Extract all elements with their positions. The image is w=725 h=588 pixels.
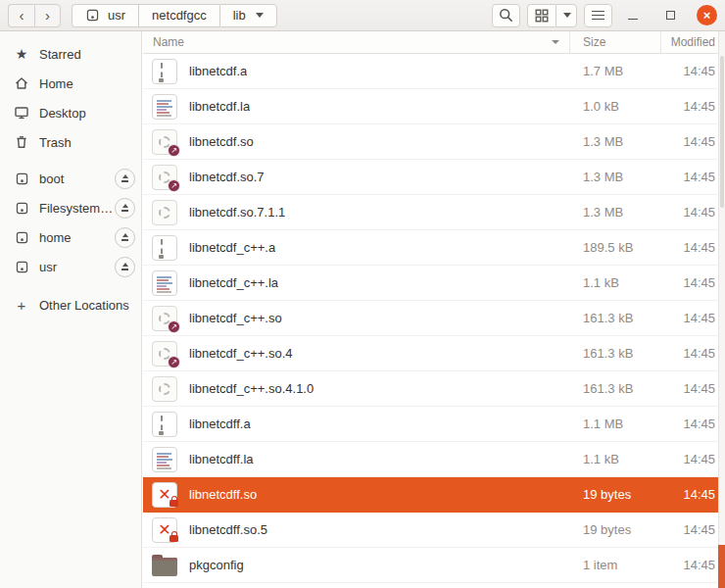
sidebar-item-label: Desktop [39, 106, 135, 121]
eject-icon [122, 263, 128, 267]
text-icon [152, 270, 177, 296]
sidebar-item-label: usr [39, 260, 115, 274]
forward-button[interactable]: › [34, 4, 61, 27]
search-icon [499, 8, 513, 23]
scrollbar[interactable] [718, 31, 725, 588]
file-size: 1.1 kB [570, 452, 661, 466]
file-pane: Name Size Modified libnetcdf.a 1.7 MB 14… [143, 31, 718, 588]
view-options-button[interactable] [556, 4, 577, 27]
column-header-name[interactable]: Name [143, 31, 570, 53]
sidebar-places: ★ Starred Home Desktop Trash [0, 39, 141, 157]
eject-button[interactable] [115, 169, 135, 189]
breadcrumb-segment[interactable]: netcdfgcc [138, 4, 219, 27]
broken-link-icon [152, 482, 177, 508]
archive-icon [152, 412, 177, 437]
sidebar-item-starred[interactable]: ★ Starred [0, 39, 141, 69]
emblem-icon [168, 144, 180, 157]
file-name-cell: libnetcdf.a [143, 59, 570, 84]
menu-button[interactable] [584, 4, 612, 27]
maximize-button[interactable] [659, 5, 681, 26]
file-size: 1.1 kB [570, 275, 661, 290]
drive-icon [14, 171, 29, 186]
sidebar-item-trash[interactable]: Trash [0, 127, 141, 157]
file-row[interactable]: libnetcdff.so 19 bytes 14:45 [143, 477, 718, 513]
drive-icon [14, 200, 29, 216]
column-header-modified[interactable]: Modified [661, 31, 718, 53]
drive-icon [15, 260, 29, 274]
file-row[interactable]: libnetcdf_c++.so.4 161.3 kB 14:45 [143, 336, 718, 371]
scrollbar-thumb[interactable] [720, 56, 724, 208]
breadcrumb-segment[interactable]: usr [72, 4, 138, 27]
file-row[interactable]: libnetcdf_c++.so.4.1.0 161.3 kB 14:45 [143, 371, 718, 407]
eject-icon [122, 204, 128, 208]
back-button[interactable]: ‹ [8, 4, 34, 27]
file-modified: 14:45 [661, 452, 718, 466]
file-row[interactable]: libnetcdf.a 1.7 MB 14:45 [143, 54, 718, 89]
eject-button[interactable] [115, 227, 135, 248]
eject-button[interactable] [115, 198, 135, 219]
file-name-cell: libnetcdf.so [143, 129, 570, 155]
column-header-size[interactable]: Size [570, 31, 661, 53]
file-row[interactable]: libnetcdff.la 1.1 kB 14:45 [143, 442, 718, 477]
plus-icon: + [18, 297, 26, 314]
sidebar-item-label: home [39, 230, 115, 245]
file-modified: 14:45 [661, 275, 718, 290]
file-size: 1.0 kB [570, 99, 661, 114]
file-size: 19 bytes [570, 487, 661, 502]
sidebar-item-desktop[interactable]: Desktop [0, 98, 141, 127]
eject-button[interactable] [115, 257, 135, 277]
file-name-cell: libnetcdff.so [143, 482, 570, 508]
sidebar-item-other-locations[interactable]: + Other Locations [0, 290, 141, 319]
file-row[interactable]: libnetcdf_c++.so 161.3 kB 14:45 [143, 301, 718, 336]
file-name-cell: libnetcdf_c++.la [143, 270, 570, 296]
drive-icon [15, 201, 29, 216]
file-row[interactable]: libnetcdf.so.7 1.3 MB 14:45 [143, 160, 718, 195]
file-name-cell: libnetcdf_c++.so.4 [143, 341, 570, 367]
file-row[interactable]: libnetcdf.la 1.0 kB 14:45 [143, 89, 718, 124]
search-button[interactable] [492, 4, 520, 27]
star-icon: ★ [16, 46, 28, 62]
sidebar-item-mount[interactable]: usr [0, 252, 141, 281]
file-modified: 14:45 [661, 205, 718, 220]
file-row[interactable]: libnetcdf.so 1.3 MB 14:45 [143, 124, 718, 160]
sidebar-item-mount[interactable]: boot [0, 164, 141, 193]
file-name: pkgconfig [189, 558, 244, 572]
sidebar-item-label: Starred [39, 47, 135, 62]
sidebar-item-mount[interactable]: Filesystem r… [0, 193, 141, 222]
sidebar-icon: + [14, 297, 29, 313]
breadcrumb-label: lib [233, 8, 246, 23]
file-name-cell: libnetcdf.la [143, 94, 570, 120]
file-name: libnetcdf.la [189, 99, 250, 114]
file-row[interactable]: libnetcdff.so.5 19 bytes 14:45 [143, 513, 718, 548]
trash-icon [14, 134, 29, 150]
maximize-icon [666, 11, 675, 20]
file-name: libnetcdf_c++.so.4.1.0 [189, 381, 314, 396]
breadcrumb-segment[interactable]: lib [219, 4, 277, 27]
close-button[interactable]: × [697, 5, 717, 25]
grid-view-button[interactable] [527, 4, 556, 27]
breadcrumb-label: netcdfgcc [152, 8, 207, 23]
sidebar-item-mount[interactable]: home [0, 222, 141, 252]
file-name: libnetcdf.so [189, 134, 254, 149]
file-size: 1.3 MB [570, 205, 661, 220]
file-row[interactable]: pkgconfig 1 item 14:45 [143, 548, 718, 583]
file-name-cell: libnetcdff.a [143, 412, 570, 437]
file-row[interactable]: libnetcdf.so.7.1.1 1.3 MB 14:45 [143, 195, 718, 230]
minimize-button[interactable] [622, 5, 644, 26]
file-size: 161.3 kB [570, 381, 661, 396]
file-row[interactable]: libnetcdf_c++.a 189.5 kB 14:45 [143, 230, 718, 266]
file-row[interactable]: libnetcdf_c++.la 1.1 kB 14:45 [143, 266, 718, 301]
file-name-cell: libnetcdf_c++.so.4.1.0 [143, 376, 570, 402]
file-row[interactable]: libnetcdff.a 1.1 MB 14:45 [143, 407, 718, 442]
chevron-down-icon [563, 13, 571, 18]
file-name: libnetcdff.la [189, 452, 254, 466]
drive-icon [14, 229, 29, 245]
file-name-cell: pkgconfig [143, 554, 570, 576]
text-icon [152, 447, 177, 472]
minimize-icon [628, 19, 638, 21]
home-icon [14, 75, 29, 91]
sidebar-icon [14, 75, 29, 91]
sidebar-item-home[interactable]: Home [0, 69, 141, 98]
sidebar-icon [14, 134, 29, 150]
file-size: 161.3 kB [570, 311, 661, 325]
